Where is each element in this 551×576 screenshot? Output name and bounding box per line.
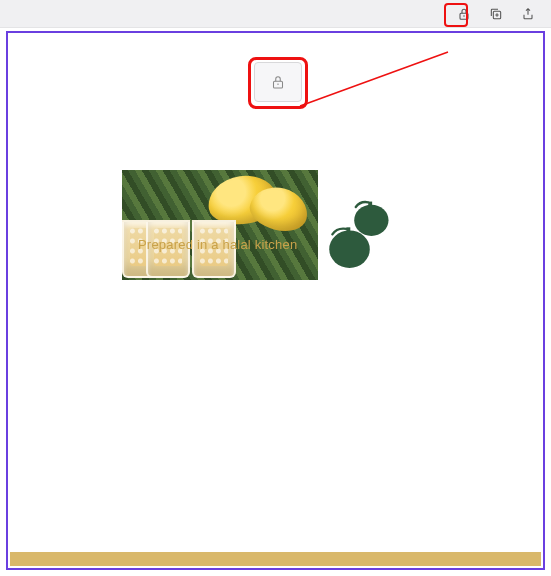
element-lock-indicator[interactable] [254,62,302,102]
lock-icon [269,73,287,91]
export-button[interactable] [519,5,537,23]
image-caption: Prepared in a halal kitchen [138,237,314,252]
top-toolbar [0,0,551,28]
fruit-logo-icon [323,193,401,271]
duplicate-button[interactable] [487,5,505,23]
footer-accent-bar [10,552,541,566]
canvas-selection[interactable]: Prepared in a halal kitchen [6,31,545,570]
duplicate-icon [488,6,504,22]
lock-icon [456,6,472,22]
export-icon [520,6,536,22]
content-image[interactable]: Prepared in a halal kitchen [122,170,318,280]
lock-button[interactable] [455,5,473,23]
svg-point-6 [329,230,370,267]
